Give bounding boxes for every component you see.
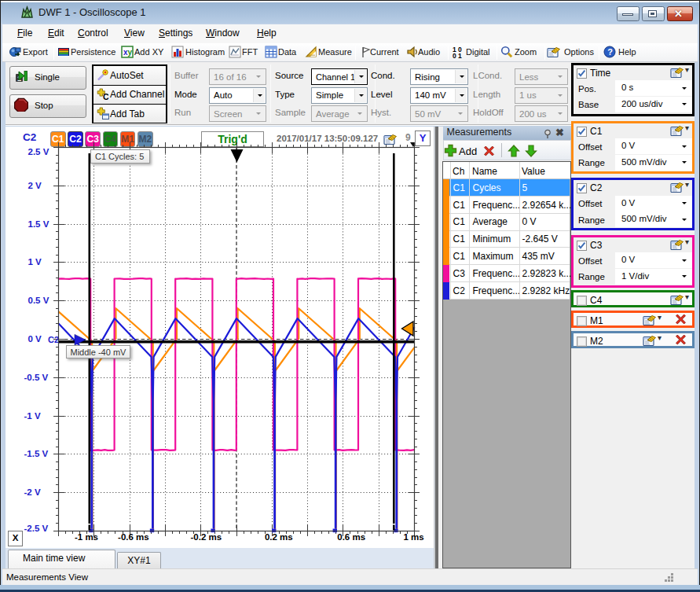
svg-text:C: C [103, 92, 109, 101]
svg-text:0 1: 0 1 [453, 52, 462, 58]
svg-text:y: y [128, 48, 133, 57]
svg-text:?: ? [607, 47, 613, 57]
